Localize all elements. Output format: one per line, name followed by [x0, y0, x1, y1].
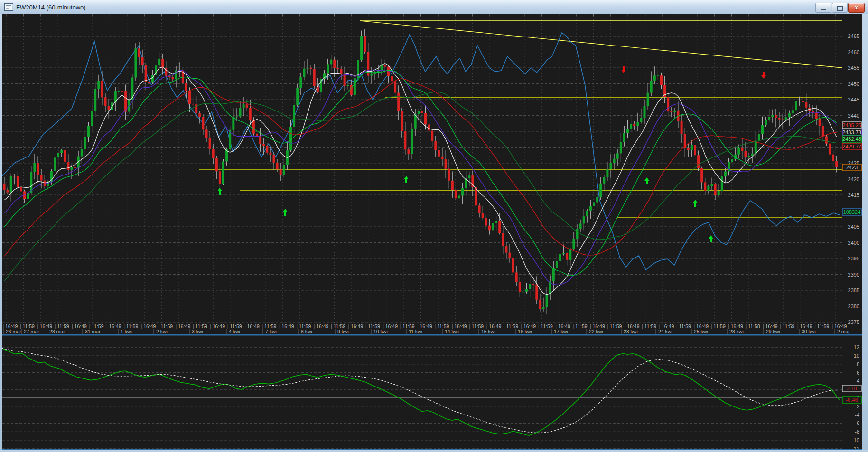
candle-body	[256, 134, 258, 136]
candle-body	[829, 144, 831, 155]
minimize-icon	[821, 9, 826, 10]
chart-canvas[interactable]: 2465246024552450244524402435243024252420…	[0, 0, 868, 452]
svg-text:2445: 2445	[848, 97, 859, 102]
candle-body	[327, 64, 329, 73]
svg-text:2423: 2423	[846, 165, 858, 170]
candle-body	[653, 75, 656, 81]
svg-text:2440: 2440	[848, 113, 859, 119]
candle-body	[37, 163, 39, 175]
candle-body	[670, 111, 672, 112]
candle-body	[235, 117, 238, 118]
svg-text:2435.25: 2435.25	[842, 122, 861, 128]
svg-text:10: 10	[854, 353, 859, 359]
date-tick-label: 1 kwi	[121, 329, 132, 334]
candle-body	[737, 148, 740, 155]
candle-body	[485, 218, 487, 225]
candle-body	[360, 36, 363, 60]
date-tick-label: 27 mar	[24, 329, 39, 334]
candle-body	[512, 258, 514, 272]
candle-body	[445, 159, 447, 169]
candle-body	[411, 129, 413, 154]
svg-text:2395: 2395	[848, 256, 859, 261]
candle-body	[765, 120, 767, 125]
candle-body	[451, 181, 454, 190]
date-tick-label: 7 kwi	[265, 329, 277, 334]
candle-body	[104, 97, 107, 106]
candle-body	[795, 101, 797, 111]
candle-body	[647, 93, 649, 106]
svg-text:6: 6	[857, 370, 859, 376]
candle-body	[691, 145, 693, 150]
title-bar[interactable]: FW20M14 (60-minutowo)	[0, 0, 868, 14]
date-tick-label: 28 kwi	[729, 329, 744, 334]
candle-body	[519, 282, 521, 292]
restore-icon	[837, 6, 843, 11]
candle-body	[822, 126, 824, 137]
candle-body	[259, 136, 261, 144]
candle-body	[697, 155, 700, 168]
candle-body	[819, 119, 821, 126]
time-tick-label: 11:59	[575, 323, 588, 329]
candle-body	[704, 182, 706, 191]
candle-body	[660, 75, 663, 85]
date-tick-label: 30 kwi	[802, 329, 816, 334]
candle-body	[269, 153, 271, 155]
candle-body	[246, 104, 248, 108]
candle-body	[33, 163, 36, 172]
svg-text:-8: -8	[855, 429, 859, 434]
candle-body	[657, 75, 659, 76]
candle-body	[673, 111, 676, 112]
candle-body	[825, 137, 828, 144]
candle-body	[539, 300, 541, 309]
date-tick-label: 29 kwi	[766, 329, 780, 334]
candle-body	[711, 184, 713, 186]
candle-body	[714, 184, 717, 195]
candle-body	[596, 197, 598, 202]
candle-body	[603, 177, 605, 184]
candle-body	[394, 81, 396, 92]
svg-text:2465: 2465	[848, 33, 859, 39]
minimize-button[interactable]	[815, 3, 831, 13]
candle-body	[118, 91, 120, 92]
restore-button[interactable]	[832, 3, 848, 13]
candle-body	[562, 253, 565, 254]
svg-text:2415: 2415	[848, 192, 859, 198]
svg-text:-2: -2	[855, 404, 859, 409]
candle-body	[91, 111, 93, 126]
time-tick-label: 11:59	[679, 323, 691, 329]
candle-body	[782, 120, 784, 120]
candle-body	[832, 155, 834, 161]
candle-body	[222, 161, 224, 184]
candle-body	[280, 169, 282, 175]
time-tick-label: 16:49	[247, 323, 260, 329]
candle-body	[616, 153, 619, 158]
candle-body	[158, 59, 160, 65]
close-button[interactable]: x	[848, 3, 865, 13]
candle-body	[798, 101, 801, 101]
candle-body	[700, 168, 703, 182]
candle-body	[310, 68, 312, 69]
candle-body	[397, 93, 400, 111]
candle-body	[785, 117, 787, 120]
candle-body	[303, 69, 305, 77]
time-tick-label: 11:59	[783, 323, 795, 329]
candle-body	[138, 48, 140, 57]
candle-body	[330, 60, 332, 65]
candle-body	[7, 190, 9, 192]
date-tick-label: 14 kwi	[445, 329, 459, 334]
candle-body	[81, 149, 83, 157]
candle-body	[775, 115, 777, 118]
svg-text:2380: 2380	[848, 304, 859, 309]
svg-text:-6: -6	[855, 420, 859, 426]
date-tick-label: 10 kwi	[373, 329, 388, 334]
candle-body	[299, 77, 302, 88]
time-tick-label: 16:49	[316, 323, 328, 329]
chart-app-icon	[4, 3, 13, 11]
candle-body	[681, 121, 683, 134]
svg-text:2.18: 2.18	[847, 386, 857, 391]
candle-body	[101, 81, 103, 97]
candle-body	[421, 111, 423, 113]
time-tick-label: 11:59	[541, 323, 553, 329]
date-tick-label: 28 mar	[49, 329, 65, 334]
candle-body	[148, 82, 150, 83]
